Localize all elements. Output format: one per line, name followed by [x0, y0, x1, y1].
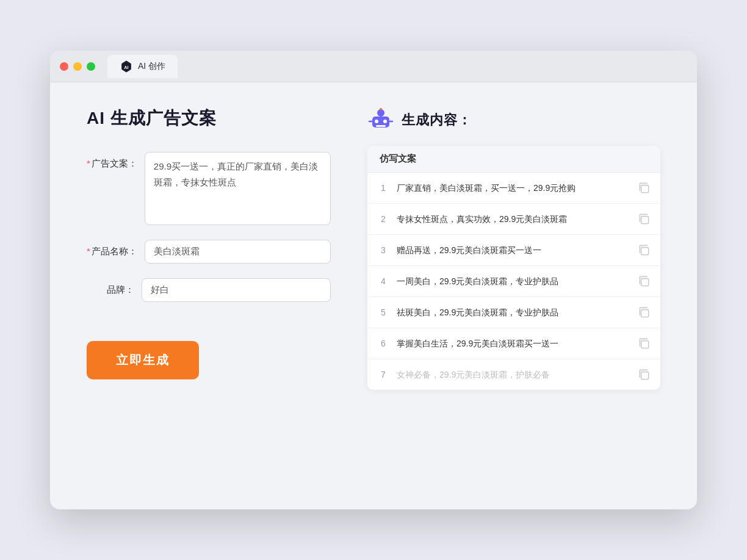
result-rows-container: 1 厂家直销，美白淡斑霜，买一送一，29.9元抢购 2 专抹女性斑点，真实功效，… — [367, 173, 660, 390]
copy-icon[interactable] — [637, 337, 651, 350]
ad-copy-input[interactable] — [145, 152, 331, 225]
browser-titlebar: AI AI 创作 — [50, 51, 697, 82]
copy-icon[interactable] — [637, 212, 651, 226]
product-name-group: *产品名称： — [87, 240, 331, 264]
tab-label: AI 创作 — [138, 61, 165, 72]
row-text: 一周美白，29.9元美白淡斑霜，专业护肤品 — [397, 275, 630, 288]
svg-rect-11 — [641, 185, 649, 193]
svg-rect-14 — [641, 279, 649, 286]
copy-icon[interactable] — [637, 181, 651, 195]
copy-icon[interactable] — [637, 306, 651, 319]
row-text: 专抹女性斑点，真实功效，29.9元美白淡斑霜 — [397, 213, 630, 226]
table-row: 1 厂家直销，美白淡斑霜，买一送一，29.9元抢购 — [367, 173, 660, 204]
svg-point-4 — [375, 120, 378, 123]
ad-copy-group: *广告文案： — [87, 152, 331, 225]
svg-point-8 — [380, 108, 382, 110]
result-title: 生成内容： — [402, 111, 472, 129]
table-header: 仿写文案 — [367, 146, 660, 173]
table-row: 4 一周美白，29.9元美白淡斑霜，专业护肤品 — [367, 266, 660, 297]
browser-window: AI AI 创作 AI 生成广告文案 *广告文案： *产品名称： — [50, 51, 697, 509]
result-header: 生成内容： — [367, 107, 660, 134]
table-row: 7 女神必备，29.9元美白淡斑霜，护肤必备 — [367, 359, 660, 390]
row-text: 祛斑美白，29.9元美白淡斑霜，专业护肤品 — [397, 306, 630, 319]
minimize-button[interactable] — [73, 62, 82, 71]
svg-rect-12 — [641, 217, 649, 224]
robot-icon — [367, 107, 394, 134]
svg-rect-6 — [376, 125, 386, 127]
browser-tab[interactable]: AI AI 创作 — [107, 55, 178, 78]
ad-copy-label: *广告文案： — [87, 152, 145, 170]
generate-button[interactable]: 立即生成 — [87, 341, 199, 379]
table-row: 3 赠品再送，29.9元美白淡斑霜买一送一 — [367, 235, 660, 266]
required-star: * — [87, 158, 90, 168]
row-number: 1 — [377, 183, 389, 193]
table-row: 5 祛斑美白，29.9元美白淡斑霜，专业护肤品 — [367, 297, 660, 328]
svg-text:AI: AI — [124, 64, 128, 70]
row-text: 赠品再送，29.9元美白淡斑霜买一送一 — [397, 244, 630, 257]
copy-icon[interactable] — [637, 275, 651, 288]
row-text: 厂家直销，美白淡斑霜，买一送一，29.9元抢购 — [397, 182, 630, 195]
brand-input[interactable] — [142, 278, 331, 302]
result-table: 仿写文案 1 厂家直销，美白淡斑霜，买一送一，29.9元抢购 2 专抹女性斑点，… — [367, 146, 660, 390]
ai-tab-icon: AI — [120, 60, 133, 73]
row-number: 5 — [377, 307, 389, 317]
row-number: 6 — [377, 339, 389, 348]
svg-rect-13 — [641, 248, 649, 255]
right-panel: 生成内容： 仿写文案 1 厂家直销，美白淡斑霜，买一送一，29.9元抢购 2 专… — [367, 107, 660, 485]
copy-icon[interactable] — [637, 243, 651, 257]
row-text: 女神必备，29.9元美白淡斑霜，护肤必备 — [397, 368, 630, 381]
row-text: 掌握美白生活，29.9元美白淡斑霜买一送一 — [397, 337, 630, 350]
product-name-input[interactable] — [145, 240, 331, 264]
row-number: 3 — [377, 245, 389, 255]
row-number: 2 — [377, 214, 389, 224]
brand-group: 品牌： — [87, 278, 331, 302]
svg-rect-17 — [641, 372, 649, 379]
row-number: 4 — [377, 276, 389, 286]
table-row: 2 专抹女性斑点，真实功效，29.9元美白淡斑霜 — [367, 204, 660, 235]
svg-rect-15 — [641, 310, 649, 317]
traffic-lights — [60, 62, 95, 71]
copy-icon[interactable] — [637, 368, 651, 381]
maximize-button[interactable] — [87, 62, 95, 71]
page-title: AI 生成广告文案 — [87, 107, 331, 130]
close-button[interactable] — [60, 62, 68, 71]
table-row: 6 掌握美白生活，29.9元美白淡斑霜买一送一 — [367, 328, 660, 359]
svg-rect-16 — [641, 341, 649, 348]
browser-content: AI 生成广告文案 *广告文案： *产品名称： 品牌： 立 — [50, 82, 697, 509]
svg-point-5 — [383, 120, 387, 123]
required-star-2: * — [87, 246, 90, 256]
left-panel: AI 生成广告文案 *广告文案： *产品名称： 品牌： 立 — [87, 107, 331, 485]
product-name-label: *产品名称： — [87, 240, 145, 257]
row-number: 7 — [377, 370, 389, 379]
brand-label: 品牌： — [87, 278, 142, 296]
